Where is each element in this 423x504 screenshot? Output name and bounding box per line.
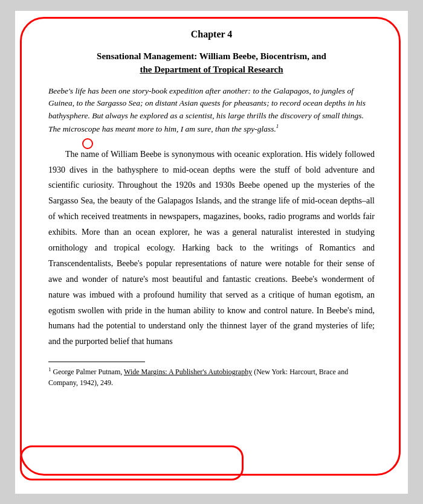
section-title-line2: the Department of Tropical Research bbox=[140, 65, 283, 74]
footnote-divider bbox=[48, 362, 145, 362]
epigraph-footnote-marker: 1 bbox=[276, 123, 279, 129]
section-title-line2-underline: the Department of Tropical Research bbox=[140, 65, 283, 74]
section-title: Sensational Management: William Beebe, B… bbox=[48, 49, 375, 77]
footnote-book-text: Wide Margins: A Publisher's Autobiograph… bbox=[124, 368, 252, 376]
section-title-line1: Sensational Management: William Beebe, B… bbox=[97, 51, 326, 61]
footnote: 1 George Palmer Putnam, Wide Margins: A … bbox=[48, 366, 375, 388]
body-paragraph: The name of William Beebe is synonymous … bbox=[48, 147, 375, 350]
page: Chapter 4 Sensational Management: Willia… bbox=[15, 11, 408, 494]
chapter-title: Chapter 4 bbox=[48, 29, 375, 40]
footnote-text-prefix: George Palmer Putnam, bbox=[51, 368, 124, 376]
body-text-content: The name of William Beebe is synonymous … bbox=[48, 150, 375, 346]
footnote-book-title: Wide Margins: A Publisher's Autobiograph… bbox=[124, 368, 252, 376]
annotation-circle-bottom bbox=[20, 445, 244, 480]
epigraph-text: Beebe's life has been one story-book exp… bbox=[48, 86, 366, 133]
epigraph: Beebe's life has been one story-book exp… bbox=[48, 85, 375, 136]
chapter-title-text: Chapter 4 bbox=[191, 29, 233, 39]
